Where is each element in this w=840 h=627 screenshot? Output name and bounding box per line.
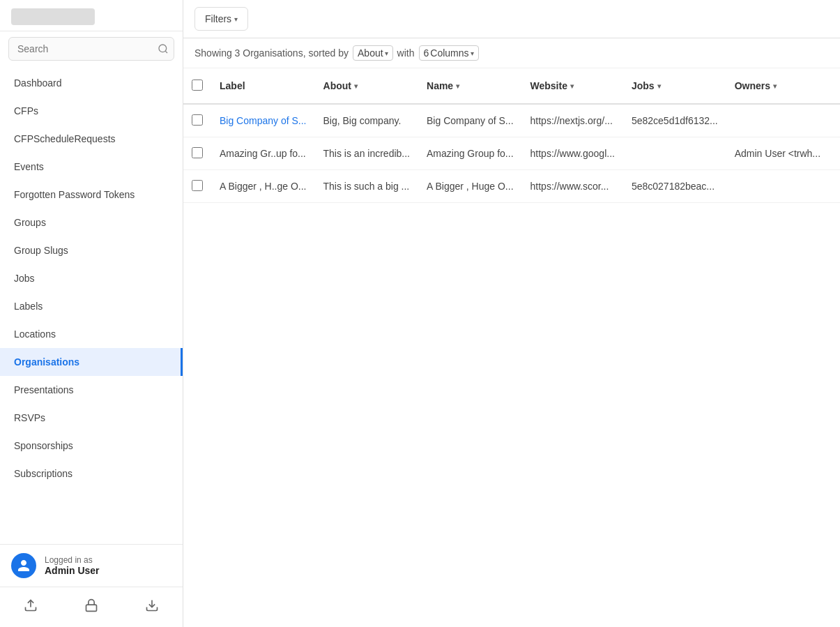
export-button[interactable] [18,596,43,619]
row-2-owners [726,170,829,203]
search-box [8,37,174,61]
sidebar-item-cfpschedulerequests[interactable]: CFPScheduleRequests [0,125,183,153]
sidebar-item-labels[interactable]: Labels [0,292,183,320]
row-1-checkbox[interactable] [192,147,203,158]
svg-line-1 [165,51,167,53]
sort-by-button[interactable]: About ▾ [353,45,393,61]
table-row: Big Company of S...Big, Big company.Big … [183,104,840,137]
user-footer: Logged in as Admin User [0,544,183,587]
sort-jobs-button[interactable]: Jobs ▾ [632,80,661,91]
filters-button[interactable]: Filters ▾ [194,7,248,31]
sidebar-item-subscriptions[interactable]: Subscriptions [0,460,183,488]
svg-point-0 [159,45,167,52]
nav-list: DashboardCFPsCFPScheduleRequestsEventsFo… [0,66,183,544]
row-0-checkbox-cell [183,104,211,137]
sidebar-item-events[interactable]: Events [0,153,183,181]
row-1-name: Amazing Group fo... [418,137,522,170]
website-chevron: ▾ [570,82,574,90]
header-checkbox-cell [183,68,211,104]
lock-button[interactable] [79,596,104,619]
sidebar-item-jobs[interactable]: Jobs [0,264,183,292]
header-website: Website ▾ [522,68,623,104]
header-owners: Owners ▾ [726,68,829,104]
name-chevron: ▾ [456,82,459,90]
header-actions: ⋯ [829,68,840,104]
table-row: A Bigger , H..ge O...This is such a big … [183,170,840,203]
sidebar-item-dashboard[interactable]: Dashboard [0,69,183,97]
table-row: Amazing Gr..up fo...This is an incredib.… [183,137,840,170]
sidebar-item-cfps[interactable]: CFPs [0,97,183,125]
row-0-name: Big Company of S... [418,104,522,137]
main-content: Filters ▾ Showing 3 Organisations, sorte… [183,0,840,627]
organisations-table: Label About ▾ Name ▾ [183,68,840,203]
row-2-actions: ⋯ [829,170,840,203]
sort-owners-button[interactable]: Owners ▾ [735,80,777,91]
header-more-button[interactable]: ⋯ [837,75,840,96]
row-1-owners: Admin User <trwh... [726,137,829,170]
svg-rect-3 [86,605,96,611]
sidebar-item-organisations[interactable]: Organisations [0,348,183,376]
row-0-label-link[interactable]: Big Company of S... [220,115,307,126]
row-2-about: This is such a big ... [315,170,419,203]
row-0-website: https://nextjs.org/... [522,104,623,137]
row-0-jobs: 5e82ce5d1df6132... [623,104,726,137]
row-2-name: A Bigger , Huge O... [418,170,522,203]
header-name: Name ▾ [418,68,522,104]
row-1-about: This is an incredib... [315,137,419,170]
bottom-icons [0,587,183,627]
row-2-jobs: 5e8c027182beac... [623,170,726,203]
row-2-checkbox-cell [183,170,211,203]
row-0-about: Big, Big company. [315,104,419,137]
header-label: Label [211,68,315,104]
header-jobs: Jobs ▾ [623,68,726,104]
sidebar-item-locations[interactable]: Locations [0,320,183,348]
filters-chevron: ▾ [234,15,238,23]
row-0-actions: ⋯ [829,104,840,137]
sidebar: DashboardCFPsCFPScheduleRequestsEventsFo… [0,0,183,627]
lock-icon [84,598,98,612]
search-icon [158,43,169,54]
sidebar-item-rsvps[interactable]: RSVPs [0,404,183,432]
table-body: Big Company of S...Big, Big company.Big … [183,104,840,203]
jobs-chevron: ▾ [657,82,661,90]
sort-about-button[interactable]: About ▾ [323,80,358,91]
sidebar-item-forgotten-password-tokens[interactable]: Forgotten Password Tokens [0,181,183,209]
summary-bar: Showing 3 Organisations, sorted by About… [183,38,840,68]
sidebar-item-groups[interactable]: Groups [0,209,183,236]
toolbar: Filters ▾ [183,0,840,38]
columns-label: Columns [430,47,468,59]
row-2-checkbox[interactable] [192,180,203,191]
about-chevron: ▾ [354,82,358,90]
row-1-actions: ⋯ [829,137,840,170]
columns-button[interactable]: 6 Columns ▾ [419,45,479,61]
showing-text: Showing 3 Organisations, sorted by [194,47,349,59]
row-0-label: Big Company of S... [211,104,315,137]
row-1-website: https://www.googl... [522,137,623,170]
sidebar-item-presentations[interactable]: Presentations [0,376,183,404]
table-header-row: Label About ▾ Name ▾ [183,68,840,104]
header-about: About ▾ [315,68,419,104]
columns-count: 6 [424,47,429,59]
select-all-checkbox[interactable] [192,80,203,91]
search-input[interactable] [8,37,174,61]
table-container: Label About ▾ Name ▾ [183,68,840,627]
sort-chevron: ▾ [385,50,388,57]
user-info: Logged in as Admin User [45,555,100,576]
row-2-label: A Bigger , H..ge O... [211,170,315,203]
sort-name-button[interactable]: Name ▾ [427,80,459,91]
sidebar-item-group-slugs[interactable]: Group Slugs [0,236,183,264]
import-button[interactable] [139,596,165,619]
import-icon [145,598,159,612]
row-0-checkbox[interactable] [192,114,203,126]
row-1-label: Amazing Gr..up fo... [211,137,315,170]
filters-label: Filters [205,13,231,24]
search-button[interactable] [158,43,169,54]
sort-website-button[interactable]: Website ▾ [530,80,574,91]
sort-by-label: About [358,47,383,59]
row-2-website: https://www.scor... [522,170,623,203]
sidebar-item-sponsorships[interactable]: Sponsorships [0,432,183,460]
row-1-jobs [623,137,726,170]
user-name: Admin User [45,565,100,576]
owners-chevron: ▾ [773,82,777,90]
row-1-checkbox-cell [183,137,211,170]
